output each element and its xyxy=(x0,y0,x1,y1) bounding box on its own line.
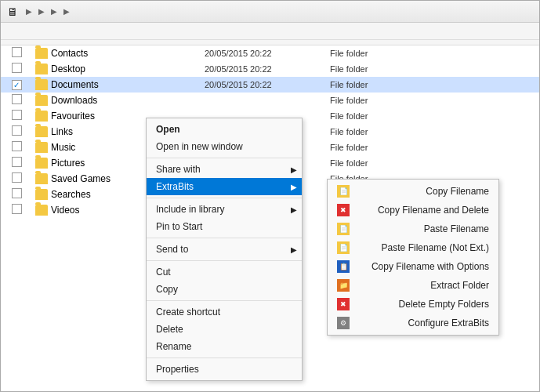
check-cell[interactable] xyxy=(1,94,32,107)
check-cell[interactable] xyxy=(1,125,32,138)
type-cell: File folder xyxy=(330,158,424,168)
checkbox[interactable] xyxy=(12,94,22,104)
file-row[interactable]: ✓ Documents 20/05/2015 20:22 File folder xyxy=(1,77,539,93)
check-cell[interactable] xyxy=(1,110,32,122)
folder-icon xyxy=(35,48,48,59)
check-cell[interactable] xyxy=(1,63,32,75)
menu-item-rename[interactable]: Rename xyxy=(147,338,302,355)
menu-item-label: Rename xyxy=(156,341,191,352)
menu-item-properties[interactable]: Properties xyxy=(147,361,302,378)
extrabits-item-paste-filename[interactable]: 📄 Paste Filename xyxy=(328,220,498,238)
menu-item-label: Open xyxy=(156,124,180,135)
menu-item-label: Cut xyxy=(156,267,171,278)
menu-item-share-with[interactable]: Share with▶ xyxy=(147,161,302,178)
folder-icon xyxy=(35,142,48,153)
file-list: Contacts 20/05/2015 20:22 File folder De… xyxy=(1,45,539,391)
extrabits-icon: 📋 xyxy=(337,260,350,273)
checkbox[interactable] xyxy=(12,188,22,198)
menu-item-label: Create shortcut xyxy=(156,307,220,318)
checkbox[interactable] xyxy=(12,47,22,57)
checkbox[interactable] xyxy=(12,141,22,151)
breadcrumb-sep2: ▶ xyxy=(38,7,45,16)
file-row[interactable]: Downloads File folder xyxy=(1,93,539,108)
menu-item-copy[interactable]: Copy xyxy=(147,281,302,298)
check-cell[interactable]: ✓ xyxy=(1,79,32,90)
file-name: Pictures xyxy=(51,158,85,169)
extrabits-item-copy-filename[interactable]: 📄 Copy Filename xyxy=(328,182,498,201)
check-cell[interactable] xyxy=(1,141,32,154)
extrabits-label: Configure ExtraBits xyxy=(408,318,489,328)
file-name: Desktop xyxy=(51,64,85,74)
name-cell: Contacts xyxy=(32,48,205,59)
folder-icon xyxy=(35,79,48,90)
menu-item-label: Properties xyxy=(156,364,199,375)
menu-separator xyxy=(147,238,302,238)
file-name: Favourites xyxy=(51,111,95,122)
explorer-window: 🖥 ▶ ▶ ▶ ▶ Contacts 20/ xyxy=(0,0,540,392)
extrabits-item-configure-extrabits[interactable]: ⚙ Configure ExtraBits xyxy=(328,314,498,332)
context-menu: OpenOpen in new windowShare with▶ExtraBi… xyxy=(146,118,303,381)
folder-icon xyxy=(35,205,48,216)
extrabits-icon: 📁 xyxy=(337,279,350,292)
menu-item-open-in-new-window[interactable]: Open in new window xyxy=(147,138,302,155)
menu-item-delete[interactable]: Delete xyxy=(147,321,302,338)
extrabits-item-extract-folder[interactable]: 📁 Extract Folder xyxy=(328,276,498,295)
breadcrumb-sep1: ▶ xyxy=(26,7,32,16)
check-cell[interactable] xyxy=(1,204,32,216)
folder-icon xyxy=(35,158,48,169)
checkbox[interactable]: ✓ xyxy=(12,80,22,90)
extrabits-item-paste-filename-(not-ext.)[interactable]: 📄 Paste Filename (Not Ext.) xyxy=(328,238,498,257)
file-name: Documents xyxy=(51,79,99,90)
breadcrumb-sep3: ▶ xyxy=(51,7,57,16)
title-icon: 🖥 xyxy=(7,5,18,18)
file-row[interactable]: Desktop 20/05/2015 20:22 File folder xyxy=(1,61,539,77)
type-cell: File folder xyxy=(330,143,424,152)
breadcrumb: ▶ ▶ ▶ ▶ xyxy=(23,7,70,16)
toolbar xyxy=(1,23,539,40)
extrabits-label: Copy Filename xyxy=(426,186,489,197)
checkbox[interactable] xyxy=(12,157,22,167)
check-cell[interactable] xyxy=(1,188,32,201)
column-header-row xyxy=(1,40,539,45)
menu-item-include-in-library[interactable]: Include in library▶ xyxy=(147,201,302,218)
extrabits-submenu: 📄 Copy Filename ✖ Copy Filename and Dele… xyxy=(327,179,499,336)
extrabits-item-delete-empty-folders[interactable]: ✖ Delete Empty Folders xyxy=(328,295,498,314)
check-cell[interactable] xyxy=(1,47,32,60)
file-name: Contacts xyxy=(51,48,88,59)
menu-item-open[interactable]: Open xyxy=(147,121,302,138)
checkbox[interactable] xyxy=(12,172,22,183)
submenu-arrow: ▶ xyxy=(291,183,297,191)
file-row[interactable]: Contacts 20/05/2015 20:22 File folder xyxy=(1,45,539,61)
extrabits-icon: ✖ xyxy=(337,204,350,216)
file-name: Downloads xyxy=(51,95,97,106)
extrabits-label: Delete Empty Folders xyxy=(399,299,489,310)
menu-item-label: Share with xyxy=(156,164,201,175)
menu-separator xyxy=(147,158,302,158)
type-cell: File folder xyxy=(330,111,424,121)
extrabits-item-copy-filename-and-delete[interactable]: ✖ Copy Filename and Delete xyxy=(328,201,498,220)
menu-item-send-to[interactable]: Send to▶ xyxy=(147,241,302,258)
check-cell[interactable] xyxy=(1,157,32,169)
extrabits-label: Extract Folder xyxy=(430,280,489,291)
checkbox[interactable] xyxy=(12,204,22,214)
folder-icon xyxy=(35,189,48,200)
extrabits-item-copy-filename-with-options[interactable]: 📋 Copy Filename with Options xyxy=(328,257,498,276)
check-cell[interactable] xyxy=(1,172,32,185)
menu-item-pin-to-start[interactable]: Pin to Start xyxy=(147,218,302,235)
type-cell: File folder xyxy=(330,64,424,74)
menu-item-label: Copy xyxy=(156,284,178,295)
checkbox[interactable] xyxy=(12,63,22,73)
extrabits-label: Paste Filename (Not Ext.) xyxy=(382,242,489,253)
menu-item-create-shortcut[interactable]: Create shortcut xyxy=(147,303,302,321)
toolbar-placeholder xyxy=(4,27,6,36)
type-cell: File folder xyxy=(330,127,424,136)
menu-item-cut[interactable]: Cut xyxy=(147,263,302,281)
checkbox[interactable] xyxy=(12,125,22,136)
date-cell: 20/05/2015 20:22 xyxy=(205,64,330,74)
extrabits-icon: 📄 xyxy=(337,241,350,254)
date-cell: 20/05/2015 20:22 xyxy=(205,49,330,58)
submenu-arrow: ▶ xyxy=(291,165,297,174)
checkbox[interactable] xyxy=(12,110,22,120)
menu-item-label: Pin to Start xyxy=(156,221,202,232)
menu-item-extrabits[interactable]: ExtraBits▶ xyxy=(147,178,302,195)
